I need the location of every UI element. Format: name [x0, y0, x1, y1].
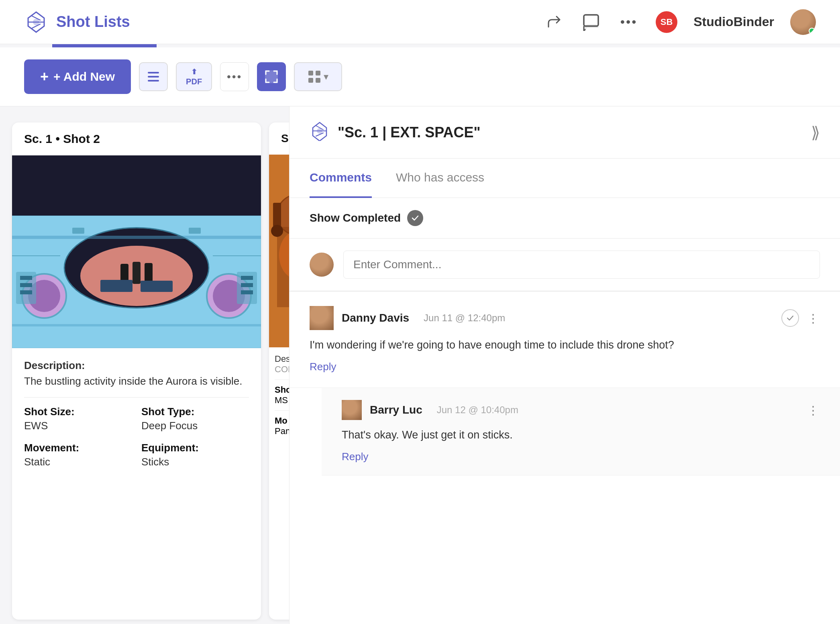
shot-type-item: Shot Type: Deep Focus — [141, 406, 249, 432]
add-new-label: + Add New — [53, 70, 115, 84]
toolbar: + + Add New ⬆ PDF ••• ▾ — [0, 47, 840, 106]
svg-rect-45 — [273, 203, 281, 227]
svg-rect-10 — [316, 78, 320, 83]
panel-title-wrap: "Sc. 1 | EXT. SPACE" — [310, 121, 481, 144]
brand-badge: SB — [656, 11, 677, 33]
svg-rect-29 — [72, 228, 84, 234]
svg-rect-20 — [141, 281, 173, 292]
shot-card-1-image — [12, 155, 261, 348]
svg-rect-32 — [20, 276, 32, 280]
reply-author-name: Barry Luc — [370, 404, 422, 416]
comment-reply-button[interactable]: Reply — [310, 361, 336, 373]
shot-card-1-header: Sc. 1 • Shot 2 — [12, 122, 261, 155]
list-view-button[interactable] — [139, 62, 168, 91]
main-content: Sc. 1 • Shot 2 — [0, 106, 840, 624]
movement-item: Movement: Static — [24, 442, 132, 468]
add-icon: + — [40, 68, 49, 85]
scene-title: "Sc. 1 | EXT. SPACE" — [338, 124, 481, 141]
shot-description: Description: The bustling activity insid… — [24, 358, 249, 389]
reply-author-wrap: Barry Luc Jun 12 @ 10:40pm — [342, 400, 518, 420]
shot-size-item: Shot Size: EWS — [24, 406, 132, 432]
reply-item: Barry Luc Jun 12 @ 10:40pm ⋮ That's okay… — [322, 388, 840, 475]
app-logo — [24, 10, 48, 34]
comment-timestamp: Jun 11 @ 12:40pm — [424, 312, 505, 324]
close-panel-button[interactable]: ⟫ — [811, 123, 820, 142]
svg-rect-36 — [241, 276, 253, 280]
comment-complete-button[interactable] — [781, 309, 799, 327]
share-button[interactable] — [542, 11, 564, 33]
shot-list-panel: Sc. 1 • Shot 2 — [0, 106, 289, 624]
svg-point-49 — [317, 128, 322, 134]
comment-input[interactable] — [343, 251, 820, 279]
reply-reply-button[interactable]: Reply — [342, 451, 368, 463]
nav-left: Shot Lists — [24, 10, 130, 34]
svg-rect-7 — [308, 71, 313, 75]
user-avatar[interactable] — [790, 9, 816, 35]
svg-rect-3 — [148, 72, 159, 73]
top-nav: Shot Lists ••• SB StudioBinder — [0, 0, 840, 44]
show-completed-bar: Show Completed — [290, 198, 840, 239]
comment-author-name: Danny Davis — [342, 312, 409, 324]
current-user-avatar — [310, 253, 334, 277]
reply-header: Barry Luc Jun 12 @ 10:40pm ⋮ — [342, 400, 820, 420]
title-underline — [52, 44, 157, 47]
scene-logo-icon — [310, 121, 330, 144]
show-completed-toggle[interactable] — [407, 210, 423, 226]
comment-author-wrap: Danny Davis Jun 11 @ 12:40pm — [310, 306, 505, 330]
comment-actions: ⋮ — [781, 309, 820, 327]
studio-name: StudioBinder — [693, 14, 774, 29]
svg-point-0 — [33, 19, 39, 25]
shot-card-2-partial: Sc. Des CON — [269, 122, 289, 620]
comment-header: Danny Davis Jun 11 @ 12:40pm ⋮ — [310, 306, 820, 330]
comment-item: Danny Davis Jun 11 @ 12:40pm ⋮ I'm wonde… — [290, 292, 840, 388]
svg-rect-1 — [584, 15, 598, 26]
tab-comments[interactable]: Comments — [310, 159, 372, 198]
comment-body: I'm wondering if we're going to have eno… — [310, 336, 820, 354]
svg-rect-25 — [12, 236, 261, 239]
chat-button[interactable] — [580, 11, 602, 33]
shot-card-1-details: Description: The bustling activity insid… — [12, 348, 261, 478]
nav-right: ••• SB StudioBinder — [542, 9, 816, 35]
reply-body: That's okay. We just get it on sticks. — [342, 426, 820, 444]
fullscreen-button[interactable] — [257, 62, 286, 91]
svg-rect-38 — [241, 290, 253, 294]
online-indicator — [809, 28, 815, 34]
svg-rect-30 — [189, 228, 201, 234]
svg-rect-34 — [20, 290, 32, 294]
right-panel-header: "Sc. 1 | EXT. SPACE" ⟫ — [290, 106, 840, 159]
reply-timestamp: Jun 12 @ 10:40pm — [437, 404, 518, 416]
reply-more-button[interactable]: ⋮ — [807, 403, 820, 417]
svg-point-47 — [271, 225, 283, 237]
svg-rect-17 — [133, 262, 141, 284]
svg-rect-6 — [265, 70, 278, 83]
tab-who-has-access[interactable]: Who has access — [396, 159, 484, 198]
comment-more-button[interactable]: ⋮ — [807, 311, 820, 325]
pdf-label: PDF — [186, 77, 202, 86]
shot-meta-grid: Shot Size: EWS Shot Type: Deep Focus Mov… — [24, 406, 249, 468]
svg-rect-26 — [12, 324, 261, 326]
svg-rect-19 — [100, 280, 133, 292]
add-new-button[interactable]: + + Add New — [24, 59, 131, 94]
shot-divider — [24, 397, 249, 398]
grid-dropdown-icon: ▾ — [324, 71, 328, 82]
shot-card-1: Sc. 1 • Shot 2 — [12, 122, 261, 620]
svg-rect-33 — [20, 283, 32, 287]
more-menu-button[interactable]: ••• — [618, 11, 640, 33]
toolbar-more-button[interactable]: ••• — [220, 62, 249, 91]
svg-rect-9 — [308, 78, 313, 83]
show-completed-label: Show Completed — [310, 212, 401, 224]
svg-rect-8 — [316, 71, 320, 75]
svg-rect-4 — [148, 76, 159, 77]
danny-davis-avatar — [310, 306, 334, 330]
svg-rect-5 — [148, 80, 159, 82]
right-panel: "Sc. 1 | EXT. SPACE" ⟫ Comments Who has … — [289, 106, 840, 624]
grid-view-button[interactable]: ▾ — [294, 62, 342, 91]
svg-rect-37 — [241, 283, 253, 287]
more-icon: ••• — [227, 70, 242, 83]
app-title: Shot Lists — [56, 13, 130, 31]
pdf-button[interactable]: ⬆ PDF — [176, 62, 212, 91]
barry-luc-avatar — [342, 400, 362, 420]
shot-card-2-header: Sc. — [269, 122, 289, 155]
comment-input-area — [290, 239, 840, 292]
equipment-item: Equipment: Sticks — [141, 442, 249, 468]
